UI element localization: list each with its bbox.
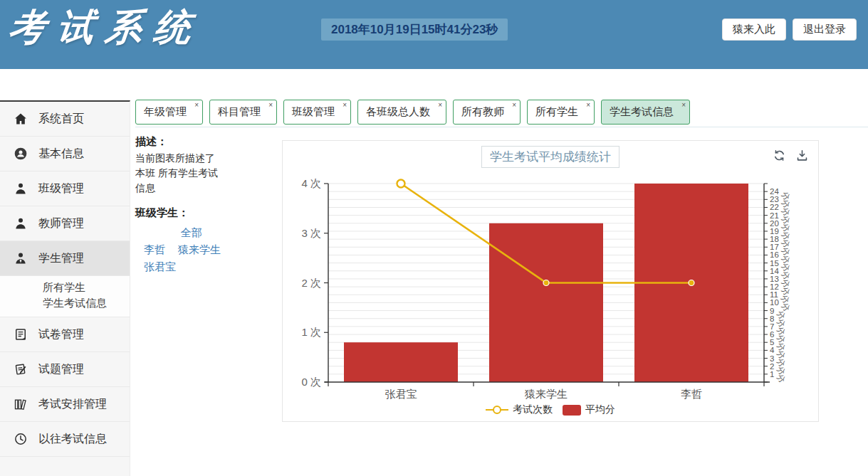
bar-猿来学生[interactable] <box>489 223 603 382</box>
close-icon[interactable]: × <box>586 102 590 109</box>
chart-legend: 考试次数 平均分 <box>283 403 818 416</box>
sidebar-item-label: 教师管理 <box>38 216 84 231</box>
class-students-heading: 班级学生： <box>135 206 281 220</box>
student-link-yuanlai[interactable]: 猿来学生 <box>178 243 221 255</box>
home-icon <box>14 112 28 126</box>
tab-grade-mgmt[interactable]: 年级管理 × <box>135 100 203 125</box>
description-line: 本班 所有学生考试 <box>135 166 281 181</box>
books-icon <box>14 397 28 411</box>
line-point-李哲[interactable] <box>689 280 694 286</box>
sidebar-item-basic-info[interactable]: 基本信息 <box>0 137 130 171</box>
tab-all-teachers[interactable]: 所有教师 × <box>453 100 521 125</box>
x-axis-label: 张君宝 <box>385 388 417 400</box>
bar-marker-icon <box>563 405 581 416</box>
sidebar-item-class-mgmt[interactable]: 班级管理 <box>0 171 130 206</box>
user-circle-icon <box>14 147 28 161</box>
close-icon[interactable]: × <box>681 102 686 109</box>
sidebar-item-label: 系统首页 <box>38 112 84 127</box>
line-marker-icon <box>486 405 508 415</box>
legend-average-score[interactable]: 平均分 <box>563 403 615 416</box>
yuanlai-ruci-button[interactable]: 猿来入此 <box>722 18 786 41</box>
left-axis-label: 3 次 <box>301 227 321 239</box>
datetime-display: 2018年10月19日15时41分23秒 <box>321 18 508 41</box>
header-buttons: 猿来入此 退出登录 <box>722 18 857 41</box>
tab-label: 班级管理 <box>292 105 335 117</box>
exam-system-app: 考试系统 2018年10月19日15时41分23秒 猿来入此 退出登录 系统首页… <box>0 0 868 476</box>
sidebar-item-label: 班级管理 <box>38 181 84 196</box>
legend-label: 考试次数 <box>513 403 553 416</box>
tab-bar: 年级管理 × 科目管理 × 班级管理 × 各班级总人数 × 所有教师 × 所有学… <box>135 100 868 127</box>
student-icon <box>14 251 28 265</box>
tab-label: 所有学生 <box>535 105 578 117</box>
sidebar-item-home[interactable]: 系统首页 <box>0 102 130 137</box>
line-point-张君宝[interactable] <box>397 180 405 188</box>
student-link-zhangjunbao[interactable]: 张君宝 <box>144 260 176 273</box>
app-logo: 考试系统 <box>6 3 204 53</box>
sidebar-subitem-all-students[interactable]: 所有学生 <box>43 280 130 295</box>
tab-class-mgmt[interactable]: 班级管理 × <box>283 100 351 125</box>
tab-label: 各班级总人数 <box>366 105 430 117</box>
left-axis-label: 2 次 <box>301 277 321 289</box>
tab-student-exam-info[interactable]: 学生考试信息 × <box>601 100 690 125</box>
x-axis-label: 李哲 <box>681 388 702 400</box>
sidebar-item-paper-mgmt[interactable]: 试卷管理 <box>0 317 130 352</box>
student-link-all[interactable]: 全部 <box>181 226 202 238</box>
person-icon <box>14 216 28 231</box>
sidebar-item-past-exam-info[interactable]: 以往考试信息 <box>0 422 130 457</box>
legend-label: 平均分 <box>585 403 615 416</box>
student-links: 全部 李哲猿来学生 张君宝 <box>135 224 281 275</box>
sidebar-subitem-student-exam-info[interactable]: 学生考试信息 <box>43 295 130 311</box>
chart-canvas: 0 次1 次2 次3 次4 次1 分2 分3 分4 分5 分6 分7 分8 分9… <box>283 141 818 421</box>
tab-all-students[interactable]: 所有学生 × <box>527 100 595 125</box>
edit-doc-icon <box>14 362 28 376</box>
tab-subject-mgmt[interactable]: 科目管理 × <box>209 100 277 125</box>
document-icon <box>14 327 28 342</box>
tab-label: 所有教师 <box>461 105 504 117</box>
legend-exam-count[interactable]: 考试次数 <box>486 403 553 416</box>
description-line: 当前图表所描述了 <box>135 151 281 166</box>
tab-class-totals[interactable]: 各班级总人数 × <box>357 100 446 125</box>
sidebar-item-exam-schedule-mgmt[interactable]: 考试安排管理 <box>0 387 130 422</box>
tab-label: 科目管理 <box>218 105 261 117</box>
sidebar-submenu: 所有学生 学生考试信息 <box>0 276 130 317</box>
sidebar-item-question-mgmt[interactable]: 试题管理 <box>0 352 130 387</box>
line-point-猿来学生[interactable] <box>543 280 549 286</box>
clock-icon <box>14 432 28 446</box>
sidebar-item-teacher-mgmt[interactable]: 教师管理 <box>0 206 130 241</box>
student-link-lizhe[interactable]: 李哲 <box>144 243 165 255</box>
close-icon[interactable]: × <box>512 102 516 109</box>
close-icon[interactable]: × <box>438 102 442 109</box>
chart-description: 描述： 当前图表所描述了 本班 所有学生考试 信息 班级学生： 全部 李哲猿来学… <box>135 135 281 275</box>
description-heading: 描述： <box>135 135 281 149</box>
sidebar: 系统首页 基本信息 班级管理 教师管理 学生管理 所有学 <box>0 100 130 476</box>
close-icon[interactable]: × <box>343 102 347 109</box>
close-icon[interactable]: × <box>268 102 273 109</box>
left-axis-label: 4 次 <box>301 177 321 189</box>
chart-panel: 学生考试平均成绩统计 0 次1 次2 次3 次4 次1 分2 分3 分4 分5 … <box>282 140 819 422</box>
sidebar-item-label: 试题管理 <box>38 362 84 377</box>
sidebar-item-label: 试卷管理 <box>38 327 84 342</box>
sidebar-item-label: 考试安排管理 <box>38 397 107 412</box>
x-axis-label: 猿来学生 <box>524 388 568 400</box>
close-icon[interactable]: × <box>194 102 199 109</box>
tab-label: 年级管理 <box>144 105 187 117</box>
description-line: 信息 <box>135 181 281 196</box>
left-axis-label: 0 次 <box>301 376 321 388</box>
left-axis-label: 1 次 <box>301 326 321 338</box>
bar-张君宝[interactable] <box>344 342 458 382</box>
sidebar-item-label: 以往考试信息 <box>38 432 107 447</box>
logout-button[interactable]: 退出登录 <box>793 18 857 41</box>
app-header: 考试系统 2018年10月19日15时41分23秒 猿来入此 退出登录 <box>0 0 868 69</box>
sidebar-item-student-mgmt[interactable]: 学生管理 <box>0 241 130 276</box>
tab-label: 学生考试信息 <box>610 105 674 117</box>
sidebar-item-label: 基本信息 <box>38 147 84 162</box>
person-icon <box>14 181 28 196</box>
sidebar-item-label: 学生管理 <box>38 251 84 266</box>
